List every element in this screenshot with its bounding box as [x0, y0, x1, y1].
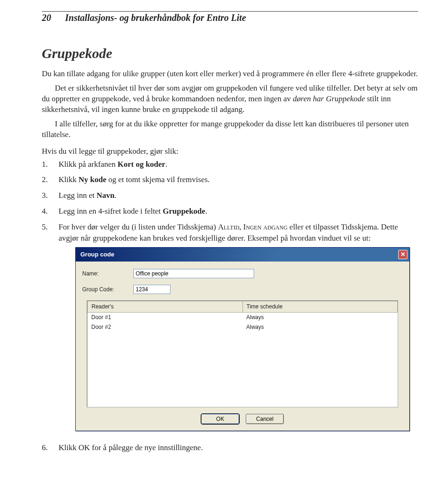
step-5: For hver dør velger du (i listen under T… — [42, 222, 418, 432]
readers-table-wrap: Reader's Time schedule Door #1 Always Do… — [87, 301, 398, 407]
dialog-group-code: Group code ✕ Name: Group Code: Reade — [75, 247, 410, 431]
step-4: Legg inn en 4-sifret kode i feltet Grupp… — [42, 206, 418, 217]
step-3-bold: Navn — [97, 191, 115, 200]
paragraph-3-text: I alle tilfeller, sørg for at du ikke op… — [42, 119, 409, 139]
name-row: Name: — [82, 269, 403, 278]
paragraph-3: I alle tilfeller, sørg for at du ikke op… — [42, 119, 418, 140]
cell-reader: Door #2 — [88, 322, 243, 332]
steps-list: Klikk på arkfanen Kort og koder. Klikk N… — [42, 159, 418, 454]
step-3a: Legg inn et — [59, 191, 97, 200]
col-schedule[interactable]: Time schedule — [243, 301, 398, 313]
name-label: Name: — [82, 270, 133, 278]
step-3b: . — [114, 191, 116, 200]
step-6-text: Klikk OK for å pålegge de nye innstillin… — [59, 443, 203, 452]
paragraph-2-italic: døren har Gruppekode — [293, 94, 365, 103]
page-number: 20 — [42, 13, 51, 23]
dialog-titlebar[interactable]: Group code ✕ — [76, 248, 409, 262]
code-row: Group Code: — [82, 285, 403, 294]
step-5-mid1: , — [239, 223, 243, 231]
code-label: Group Code: — [82, 286, 133, 294]
running-title: Installasjons- og brukerhåndbok for Entr… — [65, 13, 246, 23]
section-heading: Gruppekode — [42, 46, 418, 61]
paragraph-2: Det er sikkerhetsnivået til hver dør som… — [42, 83, 418, 115]
cell-reader: Door #1 — [88, 313, 243, 322]
step-1a: Klikk på arkfanen — [59, 160, 118, 169]
step-2b: og et tomt skjema vil fremvises. — [106, 175, 210, 184]
paragraph-1-text: Du kan tillate adgang for ulike grupper … — [42, 69, 418, 78]
cell-schedule: Always — [243, 313, 398, 322]
step-5-sc1: Alltid — [218, 223, 239, 231]
step-3: Legg inn et Navn. — [42, 190, 418, 201]
readers-table: Reader's Time schedule Door #1 Always Do… — [87, 301, 398, 332]
running-header: 20 Installasjons- og brukerhåndbok for E… — [42, 11, 418, 23]
ok-button[interactable]: OK — [201, 414, 239, 424]
paragraph-1: Du kan tillate adgang for ulike grupper … — [42, 69, 418, 79]
step-5-sc2: Ingen adgang — [243, 223, 288, 231]
dialog-body: Name: Group Code: Reader's Time schedule — [76, 262, 409, 431]
steps-heading: Hvis du vil legge til gruppekoder, gjør … — [42, 147, 418, 156]
code-input[interactable] — [133, 285, 171, 294]
step-4b: . — [205, 207, 207, 216]
dialog-title: Group code — [80, 250, 114, 259]
step-2: Klikk Ny kode og et tomt skjema vil frem… — [42, 174, 418, 185]
name-input[interactable] — [133, 269, 254, 278]
dialog-button-row: OK Cancel — [82, 412, 403, 425]
table-row[interactable]: Door #1 Always — [88, 313, 398, 322]
cancel-button[interactable]: Cancel — [246, 414, 284, 424]
step-5a: For hver dør velger du (i listen under T… — [59, 223, 218, 231]
step-6: Klikk OK for å pålegge de nye innstillin… — [42, 442, 418, 453]
cell-schedule: Always — [243, 322, 398, 332]
step-4a: Legg inn en 4-sifret kode i feltet — [59, 207, 163, 216]
step-1-bold: Kort og koder — [118, 160, 165, 169]
step-2-bold: Ny kode — [79, 175, 106, 184]
close-icon[interactable]: ✕ — [398, 250, 407, 259]
step-2a: Klikk — [59, 175, 79, 184]
step-1: Klikk på arkfanen Kort og koder. — [42, 159, 418, 170]
table-row[interactable]: Door #2 Always — [88, 322, 398, 332]
step-1b: . — [165, 160, 167, 169]
col-readers[interactable]: Reader's — [88, 301, 243, 313]
step-4-bold: Gruppekode — [163, 207, 205, 216]
